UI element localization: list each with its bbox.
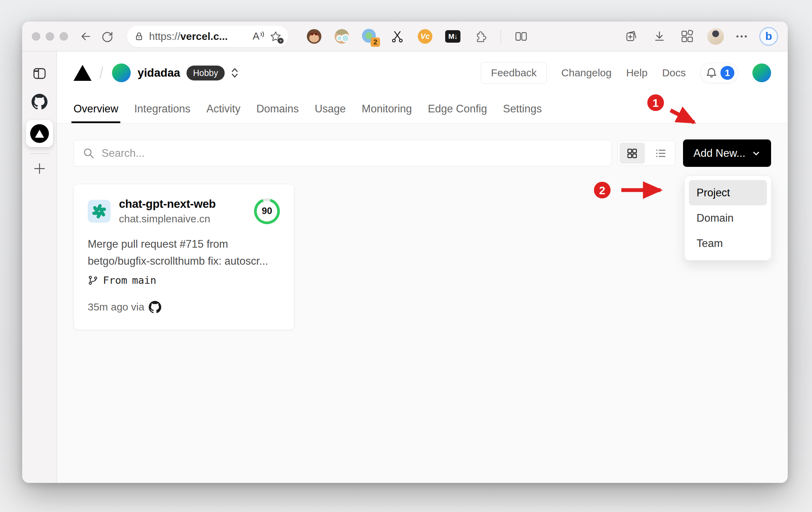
sidebar-divider [30,153,49,154]
vc-extension-icon[interactable]: Vc [417,29,433,44]
vercel-logo-icon[interactable] [74,65,92,81]
vercel-content: Add New... Project Domain Team chat-gpt-… [57,123,788,483]
window-controls [32,32,68,41]
bell-icon [705,67,718,79]
add-new-label: Add New... [693,147,745,160]
tab-activity[interactable]: Activity [206,94,240,123]
browser-toolbar: https://vercel.c... A + 2 Vc M↓ [22,22,788,51]
session-extension-icon[interactable]: 2 [362,29,377,44]
lock-icon[interactable] [134,31,144,42]
browser-profile-avatar[interactable] [707,28,724,45]
granny-extension-icon[interactable] [334,29,349,44]
plan-badge: Hobby [187,66,225,80]
feedback-button[interactable]: Feedback [481,62,547,84]
maximize-window-button[interactable] [60,32,68,41]
add-new-dropdown: Project Domain Team [684,176,771,261]
sidebar-vercel-tab[interactable] [26,120,53,147]
team-avatar[interactable] [112,63,131,82]
search-input[interactable] [102,147,602,160]
github-icon [149,301,161,313]
docs-link[interactable]: Docs [662,67,686,79]
git-branch-icon [88,275,98,285]
markdown-extension-icon[interactable]: M↓ [445,29,460,44]
bing-chat-icon[interactable]: b [759,27,778,46]
project-domain[interactable]: chat.simplenaive.cn [119,213,216,225]
search-bar [74,140,612,167]
add-new-button[interactable]: Add New... [683,139,771,167]
read-aloud-letter: A [253,31,259,42]
tampermonkey-extension-icon[interactable] [306,29,322,44]
vercel-circle-icon [30,124,49,143]
close-window-button[interactable] [32,32,40,41]
refresh-icon[interactable] [101,30,114,43]
notification-count-badge: 1 [720,66,734,80]
deployment-meta: 35m ago via [88,301,280,313]
extensions-puzzle-icon[interactable] [473,29,488,44]
list-view-button[interactable] [648,143,674,164]
search-icon [83,147,95,159]
url-host: vercel.c... [180,31,228,42]
downloads-icon[interactable] [652,29,667,44]
branch-label: From [103,274,127,286]
tab-monitoring[interactable]: Monitoring [362,94,412,123]
more-menu-icon[interactable] [736,35,747,37]
branch-row: From main [88,274,280,286]
dropdown-item-team[interactable]: Team [689,231,767,256]
split-screen-icon[interactable] [513,29,529,44]
vercel-header: / yidadaa Hobby Feedback Changelog Help … [57,51,788,94]
dropdown-item-domain[interactable]: Domain [689,205,767,231]
apps-launcher-icon[interactable] [680,29,695,44]
sidebar-github-icon[interactable] [32,94,47,110]
read-aloud-icon[interactable]: A [253,31,265,42]
notifications-button[interactable]: 1 [700,63,738,83]
vercel-tab-bar: Overview Integrations Activity Domains U… [57,94,788,123]
chevron-down-icon [752,149,761,158]
tab-edge-config[interactable]: Edge Config [428,94,487,123]
user-avatar[interactable] [752,63,771,82]
branch-name: main [132,274,156,286]
openai-logo-icon [88,200,111,223]
project-name: chat-gpt-next-web [119,197,216,211]
deployed-time: 35m ago via [88,301,144,313]
team-name: yidadaa [138,66,180,79]
collections-icon[interactable] [624,29,639,44]
add-favorite-icon[interactable]: + [270,31,282,42]
extension-badge-count: 2 [371,37,380,47]
extensions-row: 2 Vc M↓ [306,29,529,44]
breadcrumb-slash: / [100,63,103,82]
tab-usage[interactable]: Usage [315,94,346,123]
lighthouse-score: 90 [254,198,280,224]
dropdown-item-project[interactable]: Project [689,180,767,205]
minimize-window-button[interactable] [46,32,54,41]
project-card[interactable]: chat-gpt-next-web chat.simplenaive.cn 90 [74,184,294,330]
team-switcher-icon[interactable] [230,66,239,79]
scissors-extension-icon[interactable] [390,29,405,44]
toolbar-divider [501,30,501,43]
help-link[interactable]: Help [626,67,648,79]
toolbar-right-cluster: b [624,27,778,46]
commit-message: Merge pull request #715 from betgo/bugfi… [88,236,280,270]
tab-settings[interactable]: Settings [503,94,542,123]
address-bar[interactable]: https://vercel.c... A + [127,26,288,47]
browser-window: https://vercel.c... A + 2 Vc M↓ [22,22,788,483]
sidebar-new-tab-icon[interactable] [33,162,46,176]
url-scheme: https:// [149,31,180,42]
grid-view-button[interactable] [620,143,645,164]
view-toggle [617,140,675,166]
favorite-plus-badge: + [278,38,284,44]
browser-sidebar [22,51,57,483]
url-text: https://vercel.c... [149,31,228,42]
tab-overview[interactable]: Overview [74,94,118,123]
sidebar-panel-toggle-icon[interactable] [32,66,47,81]
vercel-page: / yidadaa Hobby Feedback Changelog Help … [57,51,788,483]
tab-domains[interactable]: Domains [256,94,299,123]
tab-integrations[interactable]: Integrations [134,94,190,123]
lighthouse-score-ring: 90 [254,198,280,224]
changelog-link[interactable]: Changelog [561,67,612,79]
back-icon[interactable] [79,30,92,43]
